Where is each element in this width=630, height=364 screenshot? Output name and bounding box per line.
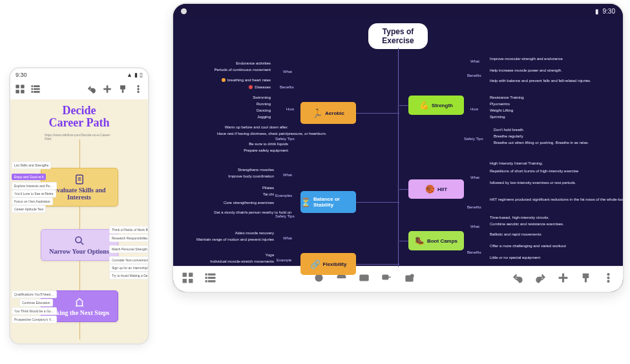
phone-canvas[interactable]: Decide Career Path https://www.wikihow.c… [10,99,148,343]
node-balance[interactable]: ⏳ Balance or Stability [300,191,356,213]
note[interactable]: Qualifications You'll Need for the [12,290,57,298]
tag[interactable]: Enjoy and Good at it [12,174,46,180]
format-brush-icon[interactable] [118,85,127,96]
leaf[interactable]: Pilates [262,186,274,190]
leaf[interactable]: Prepare safety equipment [244,148,288,152]
leaf[interactable]: Dancing [257,108,271,112]
leaf[interactable]: Periods of continuous movement [215,68,271,72]
leaf[interactable]: Individual muscle-stretch movements [210,259,274,263]
note[interactable]: List Skills and Strengths [12,161,51,169]
note[interactable]: Match Personal Strengths and Potential J… [109,245,149,253]
note[interactable]: You Think Would be a Good Fit [12,307,57,315]
svg-rect-2 [16,90,19,93]
leaf[interactable]: Don't hold breath. [494,128,524,132]
note[interactable]: Prospective Company's Values and Own [12,316,57,323]
leaf[interactable]: Warm up before and cool down after. [225,125,288,129]
phone-node-narrow[interactable]: Narrow Your Options [41,229,118,261]
svg-rect-35 [559,277,567,278]
node-label: Strength [432,103,453,108]
leaf[interactable]: Little or no special equipment [490,256,540,259]
note[interactable]: Focus on Own Aspiration [12,197,53,205]
list-view-icon[interactable] [31,85,40,96]
node-aerobic[interactable]: 🏃 Aerobic [300,102,356,124]
leaf[interactable]: Breathe regularly [494,134,523,138]
leaf[interactable]: Improve muscular strength and endurance [490,57,567,61]
grid-view-icon[interactable] [16,85,25,96]
note[interactable]: Think of Fields of Work Broadly [109,226,149,234]
leaf[interactable]: Swimming [253,96,271,99]
node-bootcamps[interactable]: 🥾 Boot Camps [408,231,464,250]
aerobic-icon: 🏃 [312,108,322,118]
undo-icon[interactable] [512,272,523,286]
leaf[interactable]: Endurance activities [236,61,271,65]
redo-icon[interactable] [535,272,546,286]
leaf[interactable]: Aides muscle recovery [235,231,274,235]
add-icon[interactable] [103,85,112,96]
tablet-time: 9:30 [603,8,615,15]
leaf[interactable]: Time-based, high-intensity circuits. [490,216,549,219]
node-label: HIIT [437,187,447,192]
note[interactable]: Sign up for an Internship/Apprenticeship [109,264,149,272]
note[interactable]: Consider Non-conventional/Crazy [109,256,149,264]
phone-toolbar [10,81,148,99]
leaf[interactable]: Get a sturdy chair/a person nearby to ho… [214,210,288,214]
svg-rect-20 [189,273,193,276]
list-view-icon[interactable] [205,272,216,286]
grid-view-icon[interactable] [182,272,193,286]
add-icon[interactable] [558,272,569,286]
attach-icon[interactable] [404,272,415,286]
leaf[interactable]: Offer a more challenging and varied work… [490,244,574,248]
wire [356,113,399,114]
tablet-canvas[interactable]: Types of Exercise 🏃 Aerobic ⏳ Balance or… [173,18,623,266]
section-label: What [470,225,479,228]
node-hiit[interactable]: 🏀 HIIT [408,179,464,199]
note[interactable]: Explore Interests and Passions [12,182,57,190]
note[interactable]: You'd Love to See at Retire [12,190,56,197]
format-brush-icon[interactable] [580,272,591,286]
leaf[interactable]: Help with balance and prevent falls and … [490,79,574,83]
note[interactable]: Continue Education [19,299,53,307]
more-icon[interactable] [603,272,614,286]
leaf[interactable]: Be sure to drink liquids [249,142,288,146]
note[interactable]: Research Responsibilities of Jobs within… [109,234,149,242]
section-label: What [283,173,292,177]
leaf[interactable]: Combine aerobic and resistance exercises… [490,222,567,226]
node-strength[interactable]: 💪 Strength [408,96,464,115]
more-icon[interactable] [134,85,143,96]
leaf[interactable]: Ballistic and rapid movements [490,232,541,236]
note[interactable]: Try to Avoid Making a Decision Based on … [109,272,149,279]
leaf[interactable]: Core strengthening exercises [224,201,274,205]
topic-icon[interactable] [359,272,370,286]
leaf[interactable]: breathing and heart rates [222,78,271,82]
leaf[interactable]: HIIT regimens produced significant reduc… [490,197,587,201]
leaf[interactable]: Improve body coordination [228,174,274,178]
leaf[interactable]: Maintain range of motion and prevent inj… [196,238,274,241]
leaf[interactable]: Help increase muscle power and strength. [490,68,567,72]
note[interactable]: Career Aptitude Test [12,205,46,213]
leaf[interactable]: Breathe out when lifting or pushing. Bre… [494,141,584,145]
section-label: Benefits [467,74,481,77]
leaf[interactable]: Resistance Training [490,96,524,99]
leaf[interactable]: Strengthens muscles [238,168,274,172]
leaf[interactable]: Plyometrics [490,102,510,106]
leaf[interactable]: Repetitions of short bursts of high-inte… [490,169,574,173]
leaf[interactable]: Diseases [249,85,271,89]
leaf[interactable]: Sprinting [490,115,505,119]
leaf-text: breathing and heart rates [227,78,271,82]
leaf[interactable]: followed by low-intensity exercises or r… [490,181,574,185]
battery-icon: ▮ [595,8,599,15]
wire [399,189,408,190]
undo-icon[interactable] [87,85,96,96]
leaf-text: Diseases [255,85,271,89]
node-flexibility[interactable]: 🔗 Flexibility [300,253,356,275]
wire [356,202,399,203]
leaf[interactable]: Jogging [257,115,271,119]
leaf[interactable]: Tai chi [263,192,274,196]
leaf[interactable]: Weight Lifting [490,108,513,112]
leaf[interactable]: High Intensity Interval Training. [490,161,543,165]
leaf[interactable]: Running [257,102,271,106]
root-node[interactable]: Types of Exercise [368,23,428,49]
subtopic-icon[interactable] [381,272,392,286]
leaf[interactable]: Have rest if having dizziness, chest pai… [217,132,288,136]
leaf[interactable]: Yoga [266,253,274,257]
